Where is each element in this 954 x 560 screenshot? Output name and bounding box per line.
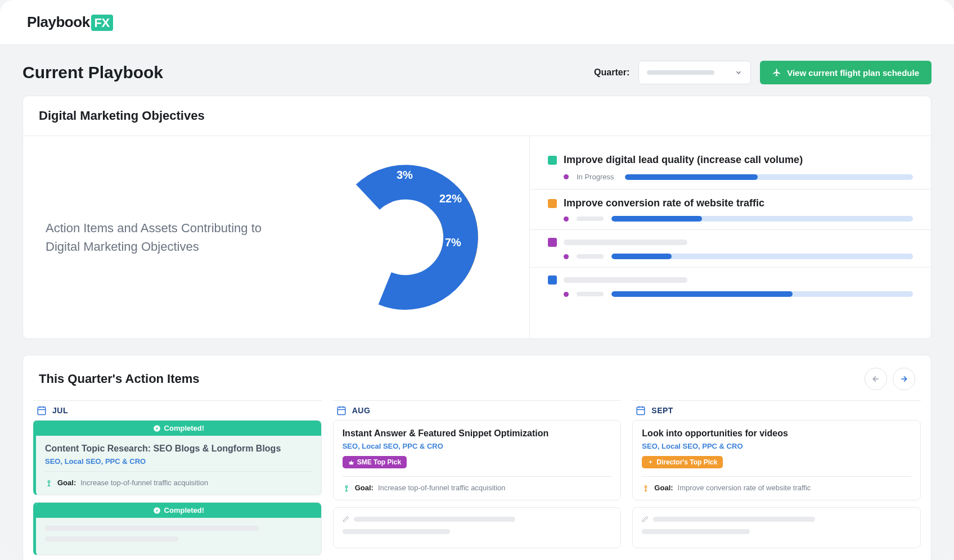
objective-title: Improve digital lead quality (increase c… xyxy=(564,154,803,166)
status-placeholder xyxy=(577,292,604,296)
calendar-icon xyxy=(636,405,646,416)
check-circle-icon xyxy=(153,507,161,514)
action-card[interactable]: Completed! Content Topic Research: SEO B… xyxy=(33,420,322,495)
action-tags: SEO, Local SEO, PPC & CRO xyxy=(45,457,312,466)
objective-row xyxy=(530,230,931,268)
swatch-orange xyxy=(548,199,557,208)
swatch-purple xyxy=(548,238,557,247)
objective-row: Improve digital lead quality (increase c… xyxy=(530,146,931,189)
action-items-title: This Quarter's Action Items xyxy=(39,372,200,386)
action-title: Content Topic Research: SEO Blogs & Long… xyxy=(45,444,312,454)
status-dot xyxy=(564,216,569,222)
svg-point-19 xyxy=(345,485,348,487)
objective-row: Improve conversion rate of website traff… xyxy=(530,189,931,230)
action-tags: SEO, Local SEO, PPC & CRO xyxy=(642,442,911,450)
title-row: Current Playbook Quarter: View current f… xyxy=(22,45,932,96)
objectives-card: Digital Marketing Objectives Action Item… xyxy=(22,96,932,339)
badge-text: SME Top Pick xyxy=(357,458,401,466)
page-title: Current Playbook xyxy=(22,63,163,82)
action-card-placeholder[interactable] xyxy=(333,507,622,548)
goal-text: Increase top-of-funnel traffic acquisiti… xyxy=(80,478,208,487)
status-dot xyxy=(564,174,569,179)
objective-row xyxy=(530,268,931,305)
completed-banner: Completed! xyxy=(36,503,321,518)
goal-text: Increase top-of-funnel traffic acquisiti… xyxy=(378,484,506,492)
prev-button[interactable] xyxy=(865,368,887,390)
goal-icon xyxy=(343,484,350,492)
action-card-placeholder[interactable] xyxy=(632,507,921,548)
status-placeholder xyxy=(577,216,604,221)
donut-label-3: 3% xyxy=(397,169,413,182)
progress-bar xyxy=(611,291,913,297)
calendar-icon xyxy=(37,405,47,416)
pencil-icon xyxy=(343,516,349,522)
donut-label-7: 7% xyxy=(445,236,461,249)
completed-label: Completed! xyxy=(164,424,205,432)
svg-rect-6 xyxy=(38,407,46,415)
app-header: PlaybookFX xyxy=(0,0,954,45)
goal-text: Improve conversion rate of website traff… xyxy=(678,484,811,492)
action-title: Look into opportunities for videos xyxy=(642,428,911,439)
arrow-left-icon xyxy=(871,374,880,383)
brand-name: Playbook xyxy=(27,13,90,30)
objectives-description: Action Items and Assets Contributing to … xyxy=(46,219,293,256)
badge-sme-top-pick: SME Top Pick xyxy=(343,456,407,468)
svg-point-11 xyxy=(48,480,50,482)
goal-label: Goal: xyxy=(57,478,76,487)
donut-label-22: 22% xyxy=(439,192,462,205)
pencil-icon xyxy=(642,516,649,522)
completed-label: Completed! xyxy=(164,506,205,514)
action-card[interactable]: Look into opportunities for videos SEO, … xyxy=(632,420,921,500)
status-text: In Progress xyxy=(577,173,617,181)
objectives-list: Improve digital lead quality (increase c… xyxy=(529,136,931,338)
donut-chart: 7% 22% 3% 68% xyxy=(327,159,484,316)
title-actions: Quarter: View current flight plan schedu… xyxy=(594,61,932,84)
swatch-blue xyxy=(548,276,557,284)
goal-icon xyxy=(45,479,53,487)
flight-plan-label: View current flight plan schedule xyxy=(787,68,919,78)
progress-bar xyxy=(611,216,913,222)
action-title: Instant Answer & Featured Snippet Optimi… xyxy=(343,428,612,439)
badge-directors-top-pick: Director's Top Pick xyxy=(642,456,723,468)
svg-rect-22 xyxy=(637,407,645,415)
badge-text: Director's Top Pick xyxy=(656,458,717,466)
objectives-left: Action Items and Assets Contributing to … xyxy=(23,136,529,338)
svg-rect-15 xyxy=(338,407,345,415)
objective-title: Improve conversion rate of website traff… xyxy=(564,197,764,209)
action-card-placeholder[interactable]: Completed! xyxy=(33,502,322,556)
chevron-down-icon xyxy=(735,69,742,76)
quarter-placeholder xyxy=(647,70,714,75)
swatch-teal xyxy=(548,156,557,165)
action-tags: SEO, Local SEO, PPC & CRO xyxy=(343,442,612,450)
quarter-label: Quarter: xyxy=(594,67,629,78)
month-label: SEPT xyxy=(651,406,673,415)
objectives-title: Digital Marketing Objectives xyxy=(39,109,915,123)
brand-logo: PlaybookFX xyxy=(27,13,113,31)
check-circle-icon xyxy=(153,424,161,432)
sparkle-icon xyxy=(647,459,654,466)
donut-label-68: 68% xyxy=(345,237,367,250)
goal-label: Goal: xyxy=(654,484,673,492)
status-dot xyxy=(564,292,569,297)
month-label: AUG xyxy=(352,406,371,415)
action-items-card: This Quarter's Action Items JUL xyxy=(22,355,932,560)
next-button[interactable] xyxy=(893,368,915,390)
calendar-icon xyxy=(336,405,346,416)
action-card[interactable]: Instant Answer & Featured Snippet Optimi… xyxy=(333,420,622,500)
crown-icon xyxy=(348,459,354,466)
plane-icon xyxy=(772,68,781,77)
goal-icon xyxy=(642,484,650,492)
nav-buttons xyxy=(865,368,915,390)
flight-plan-button[interactable]: View current flight plan schedule xyxy=(760,61,932,84)
brand-suffix: FX xyxy=(91,15,113,31)
months-row: JUL Completed! Content Topic Research: S… xyxy=(23,400,931,560)
progress-bar xyxy=(625,174,913,180)
completed-banner: Completed! xyxy=(36,421,321,436)
arrow-right-icon xyxy=(899,374,908,383)
quarter-select[interactable] xyxy=(638,61,751,84)
objective-title-placeholder xyxy=(564,240,687,245)
progress-bar xyxy=(611,254,913,259)
objectives-header: Digital Marketing Objectives xyxy=(23,96,931,136)
status-placeholder xyxy=(577,254,604,259)
month-label: JUL xyxy=(52,406,68,415)
